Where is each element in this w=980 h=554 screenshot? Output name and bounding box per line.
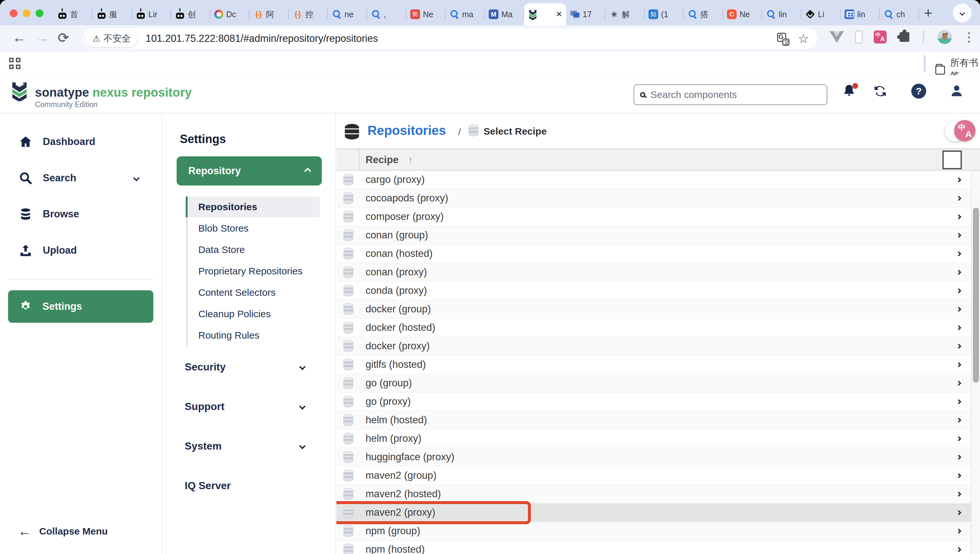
browser-tab[interactable]: (-)控 xyxy=(289,3,328,25)
collapse-menu-button[interactable]: ← Collapse Menu xyxy=(18,524,108,539)
translate-icon[interactable]: G文 xyxy=(777,33,789,45)
profile-avatar[interactable] xyxy=(937,30,952,44)
subnav-item-content-selectors[interactable]: Content Selectors xyxy=(188,282,322,303)
help-icon[interactable]: ? xyxy=(911,84,926,99)
reload-button[interactable]: ⟳ xyxy=(58,30,69,46)
zoom-window-button[interactable] xyxy=(36,10,43,17)
minimize-window-button[interactable] xyxy=(23,10,30,17)
recipe-row-cargo-proxy[interactable]: cargo (proxy) xyxy=(336,171,971,189)
vue-devtools-icon[interactable] xyxy=(830,31,844,43)
recipe-row-conan-proxy[interactable]: conan (proxy) xyxy=(336,263,971,281)
subnav-item-blob-stores[interactable]: Blob Stores xyxy=(188,218,322,239)
back-button[interactable]: ← xyxy=(12,30,26,45)
user-icon[interactable] xyxy=(950,84,965,99)
recipe-row-docker-hosted[interactable]: docker (hosted) xyxy=(336,319,971,337)
tab-overflow-button[interactable] xyxy=(953,3,972,22)
subnav-item-proprietary-repositories[interactable]: Proprietary Repositories xyxy=(188,261,322,281)
sidebar-item-settings[interactable]: Settings xyxy=(8,290,153,323)
recipe-row-maven2-hosted[interactable]: maven2 (hosted) xyxy=(336,485,971,503)
subnav-item-cleanup-policies[interactable]: Cleanup Policies xyxy=(188,303,322,324)
recipe-row-go-group[interactable]: go (group) xyxy=(336,374,971,393)
section-security[interactable]: Security xyxy=(185,357,314,377)
recipe-row-cocoapods-proxy[interactable]: cocoapods (proxy) xyxy=(336,189,971,208)
browser-tab[interactable]: 创 xyxy=(171,3,210,25)
section-support[interactable]: Support xyxy=(185,396,314,417)
browser-tab[interactable]: Li xyxy=(802,3,841,25)
close-tab-icon[interactable]: ✕ xyxy=(556,10,562,19)
browser-tab[interactable]: Lir xyxy=(132,3,171,25)
translate-extension-icon[interactable]: 中A xyxy=(874,30,887,43)
menu-kebab-icon[interactable]: ⋮ xyxy=(963,30,975,44)
recipe-row-composer-proxy[interactable]: composer (proxy) xyxy=(336,208,971,226)
recipe-row-helm-hosted[interactable]: helm (hosted) xyxy=(336,411,971,429)
recipe-row-gitlfs-hosted[interactable]: gitlfs (hosted) xyxy=(336,356,971,374)
search-components-input[interactable] xyxy=(650,89,821,101)
browser-tab[interactable]: ma xyxy=(445,3,485,25)
recipe-row-go-proxy[interactable]: go (proxy) xyxy=(336,393,971,411)
chevron-down-icon[interactable] xyxy=(133,175,140,181)
browser-tab[interactable]: lin xyxy=(841,3,880,25)
sidebar-item-upload[interactable]: Upload xyxy=(0,239,161,262)
browser-tab[interactable]: 知(1 xyxy=(644,3,684,25)
site-security-chip[interactable]: ⚠ 不安全 xyxy=(86,30,138,47)
section-system[interactable]: System xyxy=(185,436,314,456)
browser-tab[interactable]: CNe xyxy=(723,3,762,25)
recipe-row-docker-proxy[interactable]: docker (proxy) xyxy=(336,337,971,356)
browser-tab[interactable]: ✳解 xyxy=(605,3,644,25)
sync-icon[interactable] xyxy=(873,84,888,99)
sidebar-item-browse[interactable]: Browse xyxy=(0,203,161,225)
browser-tab[interactable]: , xyxy=(367,3,406,25)
recipe-row-maven2-group[interactable]: maven2 (group) xyxy=(336,466,971,485)
active-tab-nexus[interactable]: ✕ xyxy=(524,3,566,25)
browser-tab[interactable]: MMa xyxy=(485,3,524,25)
section-iq-server[interactable]: IQ Server xyxy=(185,476,314,496)
global-search[interactable] xyxy=(633,84,827,105)
notifications-bell-icon[interactable] xyxy=(842,84,858,99)
recipe-row-conan-hosted[interactable]: conan (hosted) xyxy=(336,244,971,263)
extensions-puzzle-icon[interactable] xyxy=(900,32,909,42)
recipe-row-helm-proxy[interactable]: helm (proxy) xyxy=(336,429,971,448)
browser-tab[interactable]: 17 xyxy=(566,3,605,25)
browser-tab[interactable]: (-)阿 xyxy=(250,3,289,25)
recipe-row-huggingface-proxy[interactable]: huggingface (proxy) xyxy=(336,448,971,466)
column-divider xyxy=(359,149,360,170)
nexus-logo[interactable]: r sonatype nexus repository Community Ed… xyxy=(11,82,192,109)
repository-section-button[interactable]: Repository xyxy=(177,156,322,185)
sort-ascending-icon[interactable]: ↑ xyxy=(408,155,413,165)
close-window-button[interactable] xyxy=(10,10,18,17)
recipe-row-docker-group[interactable]: docker (group) xyxy=(336,300,971,319)
chevron-right-icon xyxy=(956,270,961,275)
translate-fab-button[interactable]: 中A xyxy=(954,120,975,141)
bookmark-star-icon[interactable]: ☆ xyxy=(798,32,809,46)
table-scrollbar-track[interactable] xyxy=(971,171,980,554)
recipe-column-header[interactable]: Recipe xyxy=(366,154,399,166)
subnav-item-routing-rules[interactable]: Routing Rules xyxy=(188,325,322,346)
browser-tab[interactable]: 服 xyxy=(93,3,132,25)
breadcrumb-repositories-link[interactable]: Repositories xyxy=(368,123,446,138)
recipe-row-npm-group[interactable]: npm (group) xyxy=(336,522,971,540)
recipe-row-npm-hosted[interactable]: npm (hosted) xyxy=(336,540,971,554)
browser-tab[interactable]: 搭 xyxy=(684,3,723,25)
browser-tab[interactable]: ch xyxy=(880,3,919,25)
recipe-row-conan-group[interactable]: conan (group) xyxy=(336,226,971,244)
recipe-row-conda-proxy[interactable]: conda (proxy) xyxy=(336,281,971,300)
table-scrollbar-thumb[interactable] xyxy=(973,208,979,383)
mobile-extension-icon[interactable] xyxy=(855,30,863,43)
browser-tab[interactable]: lin xyxy=(762,3,802,25)
window-controls xyxy=(10,10,43,17)
header-corner-box xyxy=(942,150,962,169)
subnav-item-data-store[interactable]: Data Store xyxy=(188,239,322,260)
browser-tab[interactable]: 首 xyxy=(54,3,93,25)
address-bar[interactable]: ⚠ 不安全 101.201.75.222:8081/#admin/reposit… xyxy=(83,28,817,49)
sidebar-item-dashboard[interactable]: Dashboard xyxy=(0,130,161,153)
subnav-item-repositories[interactable]: Repositories xyxy=(186,196,320,217)
new-tab-button[interactable]: + xyxy=(919,4,937,22)
sidebar-item-search[interactable]: Search xyxy=(0,167,161,189)
forward-button[interactable]: → xyxy=(35,30,49,45)
browser-tab[interactable]: Dc xyxy=(210,3,250,25)
browser-tab[interactable]: 简Ne xyxy=(406,3,445,25)
db-cylinder-icon xyxy=(344,470,353,481)
browser-tab[interactable]: ne xyxy=(328,3,367,25)
recipe-row-maven2-proxy-highlighted[interactable]: maven2 (proxy) xyxy=(336,503,971,522)
apps-grid-icon[interactable] xyxy=(9,58,21,69)
